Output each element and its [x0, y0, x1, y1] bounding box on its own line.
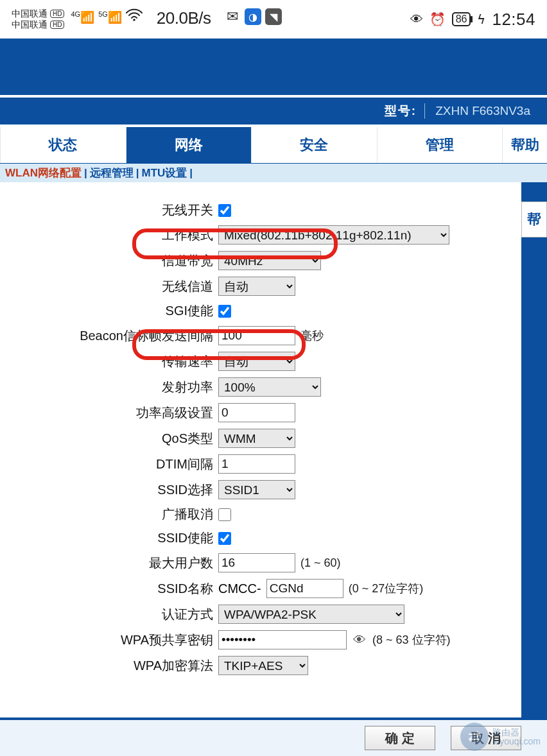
label-wpa-psk: WPA预共享密钥 [13, 631, 218, 649]
subtab-remote-mgmt[interactable]: 远程管理 [89, 166, 135, 180]
label-wireless-channel: 无线信道 [13, 278, 218, 295]
checkbox-wireless-switch[interactable] [218, 204, 231, 217]
help-side-tab[interactable]: 帮 [521, 202, 547, 237]
label-broadcast-cancel: 广播取消 [13, 506, 218, 523]
app-icon-1: ◑ [245, 8, 261, 25]
unit-ms: 毫秒 [300, 328, 324, 343]
app-icon-2: ◥ [265, 8, 282, 25]
input-dtim[interactable] [218, 454, 295, 474]
toggle-password-icon[interactable]: 👁 [352, 632, 367, 648]
checkbox-broadcast-cancel[interactable] [218, 508, 231, 521]
charging-icon: ϟ [477, 12, 485, 27]
right-rail: 帮 [521, 182, 547, 717]
alarm-icon: ⏰ [430, 12, 446, 27]
hint-max-users: (1 ~ 60) [300, 556, 341, 570]
input-max-users[interactable] [218, 553, 295, 572]
input-wpa-psk[interactable] [218, 630, 347, 649]
select-wireless-channel[interactable]: 自动 [218, 277, 295, 296]
hint-ssid-name: (0 ~ 27位字符) [349, 581, 424, 596]
label-channel-bw: 信道带宽 [13, 252, 218, 270]
subtab-wlan-config[interactable]: WLAN网络配置 [4, 166, 83, 180]
checkbox-sgi[interactable] [218, 305, 231, 318]
select-channel-bw[interactable]: 40MHz [218, 251, 321, 270]
label-beacon: Beacon信标帧发送间隔 [13, 327, 218, 345]
hd-badge-icon: HD [50, 10, 64, 18]
battery-icon: 86 [452, 12, 471, 26]
select-wpa-algo[interactable]: TKIP+AES [218, 656, 308, 675]
ssid-prefix: CMCC- [218, 581, 261, 596]
model-label: 型号: [385, 103, 417, 119]
tab-network[interactable]: 网络 [126, 127, 252, 163]
signal-5g-icon: 5G📶 [98, 10, 122, 24]
ok-button[interactable]: 确 定 [365, 726, 435, 750]
sub-nav: WLAN网络配置 | 远程管理 | MTU设置 | [0, 163, 547, 182]
form-footer: 确 定 取 消 [0, 717, 547, 756]
router-header [0, 39, 547, 95]
main-nav: 状态 网络 安全 管理 帮助 [0, 125, 547, 163]
select-tx-power[interactable]: 100% [218, 377, 321, 397]
label-max-users: 最大用户数 [13, 554, 218, 572]
label-power-adv: 功率高级设置 [13, 404, 218, 422]
hd-badge-icon: HD [50, 21, 64, 29]
cancel-button[interactable]: 取 消 [451, 726, 521, 750]
eye-status-icon: 👁 [410, 12, 423, 27]
carrier-2: 中国联通 HD [12, 19, 64, 30]
select-work-mode[interactable]: Mixed(802.11b+802.11g+802.11n) [218, 225, 449, 245]
label-tx-rate: 传输速率 [13, 353, 218, 370]
model-bar: 型号: ZXHN F663NV3a [0, 95, 547, 125]
select-qos[interactable]: WMM [218, 429, 295, 448]
select-ssid[interactable]: SSID1 [218, 480, 295, 499]
tab-status[interactable]: 状态 [0, 127, 126, 163]
hint-wpa-psk: (8 ~ 63 位字符) [372, 632, 451, 648]
checkbox-ssid-enable[interactable] [218, 532, 231, 545]
select-tx-rate[interactable]: 自动 [218, 352, 295, 371]
android-status-bar: 中国联通 HD 中国联通 HD 4G📶 5G📶 20.0B/s ✉ ◑ ◥ [0, 0, 547, 39]
label-work-mode: 工作模式 [13, 227, 218, 244]
label-wpa-algo: WPA加密算法 [13, 657, 218, 674]
input-power-adv[interactable] [218, 403, 295, 422]
label-ssid-name: SSID名称 [13, 580, 218, 597]
wlan-settings-form: 无线开关 工作模式 Mixed(802.11b+802.11g+802.11n)… [0, 182, 521, 717]
wifi-icon [126, 8, 143, 24]
tab-help[interactable]: 帮助 [502, 127, 547, 163]
clock: 12:54 [492, 10, 535, 30]
input-beacon-interval[interactable] [218, 326, 295, 345]
label-auth: 认证方式 [13, 606, 218, 623]
label-ssid-select: SSID选择 [13, 481, 218, 499]
label-sgi: SGI使能 [13, 302, 218, 320]
svg-point-0 [133, 19, 135, 21]
tab-management[interactable]: 管理 [377, 127, 503, 163]
network-speed: 20.0B/s [157, 8, 211, 28]
label-tx-power: 发射功率 [13, 379, 218, 396]
label-ssid-enable: SSID使能 [13, 529, 218, 547]
label-dtim: DTIM间隔 [13, 456, 218, 473]
input-ssid-name[interactable] [266, 579, 343, 598]
signal-4g-icon: 4G📶 [71, 10, 94, 24]
subtab-mtu[interactable]: MTU设置 [141, 166, 189, 180]
tab-security[interactable]: 安全 [251, 127, 377, 163]
label-qos: QoS类型 [13, 430, 218, 447]
label-wireless-switch: 无线开关 [13, 202, 218, 219]
model-value: ZXHN F663NV3a [434, 104, 532, 118]
select-auth-method[interactable]: WPA/WPA2-PSK [218, 605, 404, 624]
carrier-1: 中国联通 HD [12, 8, 64, 19]
wechat-icon: ✉ [224, 8, 241, 25]
